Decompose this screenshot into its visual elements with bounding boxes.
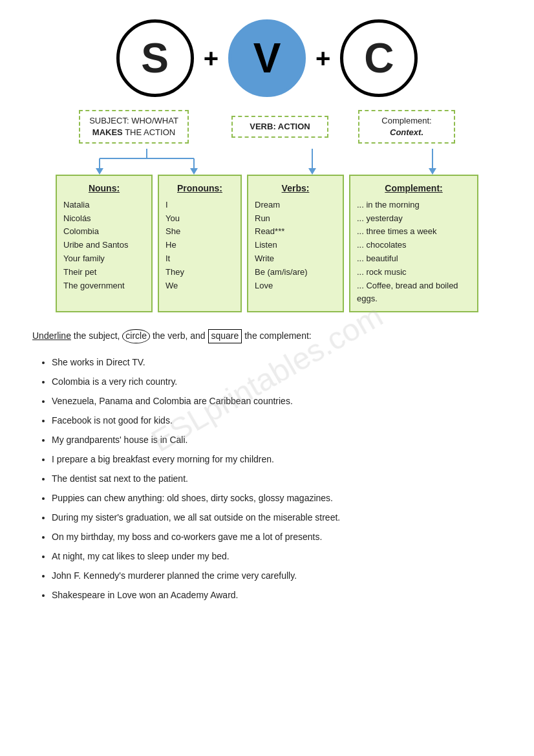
plus-2: +: [315, 44, 330, 73]
circle-c-label: C: [364, 34, 394, 82]
plus-1: +: [204, 44, 219, 73]
svg-marker-3: [96, 168, 103, 175]
green-boxes-row: Nouns: Natalia Nicolás Colombia Uribe an…: [56, 175, 478, 312]
instruction-square: square: [208, 329, 242, 343]
verbs-item-1: Run: [255, 212, 336, 226]
instruction-circle: circle: [122, 329, 150, 343]
nouns-item-2: Colombia: [63, 225, 145, 239]
complement-item-1: ... yesterday: [357, 212, 471, 226]
sentence-11: John F. Kennedy's murderer planned the c…: [52, 567, 502, 585]
pronouns-item-5: They: [166, 266, 234, 279]
pronouns-item-3: He: [166, 239, 234, 252]
v-label-verb: VERB:: [250, 122, 275, 131]
complement-box: Complement: ... in the morning ... yeste…: [349, 175, 478, 312]
label-box-s: SUBJECT: WHO/WHAT MAKES THE ACTION: [79, 110, 189, 144]
s-branch-arrows: [53, 149, 240, 175]
pronouns-box: Pronouns: I You She He It They We: [158, 175, 242, 312]
c-arrow: [426, 149, 439, 175]
exercise-instruction: Underline the subject, circle the verb, …: [32, 329, 502, 343]
pronouns-item-4: It: [166, 252, 234, 266]
exercise-section: Underline the subject, circle the verb, …: [32, 322, 502, 604]
s-label-rest: THE ACTION: [123, 127, 175, 137]
circle-c: C: [340, 19, 418, 97]
sentence-4: My grandparents' house is in Cali.: [52, 431, 502, 449]
circles-row: S + V + C: [116, 19, 418, 97]
nouns-item-1: Nicolás: [63, 212, 145, 226]
v-label-action: ACTION: [276, 122, 310, 131]
nouns-box: Nouns: Natalia Nicolás Colombia Uribe an…: [56, 175, 153, 312]
complement-item-4: ... beautiful: [357, 252, 471, 266]
pronouns-item-2: She: [166, 225, 234, 239]
complement-item-6: ... Coffee, bread and boiled eggs.: [357, 279, 471, 307]
sentence-2: Venezuela, Panama and Colombia are Carib…: [52, 392, 502, 410]
v-arrow: [306, 149, 319, 175]
sentence-6: The dentist sat next to the patient.: [52, 470, 502, 488]
sentence-12: Shakespeare in Love won an Academy Award…: [52, 586, 502, 604]
circle-v-label: V: [253, 34, 281, 82]
sentence-9: On my birthday, my boss and co-workers g…: [52, 528, 502, 546]
label-boxes-row: SUBJECT: WHO/WHAT MAKES THE ACTION VERB:…: [79, 110, 455, 144]
instruction-mid2: the verb, and: [150, 330, 208, 341]
s-label-makes: MAKES: [92, 127, 123, 137]
verbs-item-4: Write: [255, 252, 336, 266]
sentence-1: Colombia is a very rich country.: [52, 373, 502, 391]
sentence-10: At night, my cat likes to sleep under my…: [52, 547, 502, 565]
instruction-underline: Underline: [32, 330, 71, 341]
exercise-list: She works in Direct TV. Colombia is a ve…: [32, 353, 502, 604]
c-label-line2: Context.: [390, 127, 423, 137]
circle-s: S: [116, 19, 194, 97]
circle-v: V: [228, 19, 306, 97]
verbs-item-3: Listen: [255, 239, 336, 252]
sentence-5: I prepare a big breakfast every morning …: [52, 450, 502, 468]
sentence-3: Facebook is not good for kids.: [52, 411, 502, 429]
pronouns-title: Pronouns:: [166, 181, 234, 195]
verbs-item-2: Read***: [255, 225, 336, 239]
nouns-item-3: Uribe and Santos: [63, 239, 145, 252]
pronouns-item-6: We: [166, 279, 234, 293]
verbs-item-0: Dream: [255, 199, 336, 212]
circle-s-label: S: [141, 34, 169, 82]
svg-marker-5: [190, 168, 198, 175]
pronouns-item-0: I: [166, 199, 234, 212]
nouns-item-5: Their pet: [63, 266, 145, 279]
pronouns-item-1: You: [166, 212, 234, 226]
nouns-item-6: The government: [63, 279, 145, 293]
complement-item-0: ... in the morning: [357, 199, 471, 212]
verbs-item-5: Be (am/is/are): [255, 266, 336, 279]
complement-item-3: ... chocolates: [357, 239, 471, 252]
s-label-line1: SUBJECT: WHO/WHAT: [89, 116, 178, 125]
complement-title: Complement:: [357, 181, 471, 195]
verbs-title: Verbs:: [255, 181, 336, 195]
nouns-item-4: Your family: [63, 252, 145, 266]
complement-item-5: ... rock music: [357, 266, 471, 279]
sentence-0: She works in Direct TV.: [52, 353, 502, 371]
verbs-item-6: Love: [255, 279, 336, 293]
complement-item-2: ... three times a week: [357, 225, 471, 239]
instruction-mid1: the subject,: [71, 330, 122, 341]
label-box-v: VERB: ACTION: [231, 116, 328, 138]
sentence-7: Puppies can chew anything: old shoes, di…: [52, 489, 502, 507]
diagram-section: S + V + C SUBJECT: WHO/WHAT MAKES THE AC…: [32, 19, 502, 312]
label-box-c: Complement: Context.: [358, 110, 455, 144]
nouns-item-0: Natalia: [63, 199, 145, 212]
verbs-box: Verbs: Dream Run Read*** Listen Write Be…: [247, 175, 344, 312]
c-label-line1: Complement:: [381, 116, 431, 125]
nouns-title: Nouns:: [63, 181, 145, 195]
svg-marker-9: [429, 168, 436, 175]
instruction-end: the complement:: [242, 330, 311, 341]
svg-marker-7: [308, 168, 316, 175]
sentence-8: During my sister's graduation, we all sa…: [52, 508, 502, 526]
